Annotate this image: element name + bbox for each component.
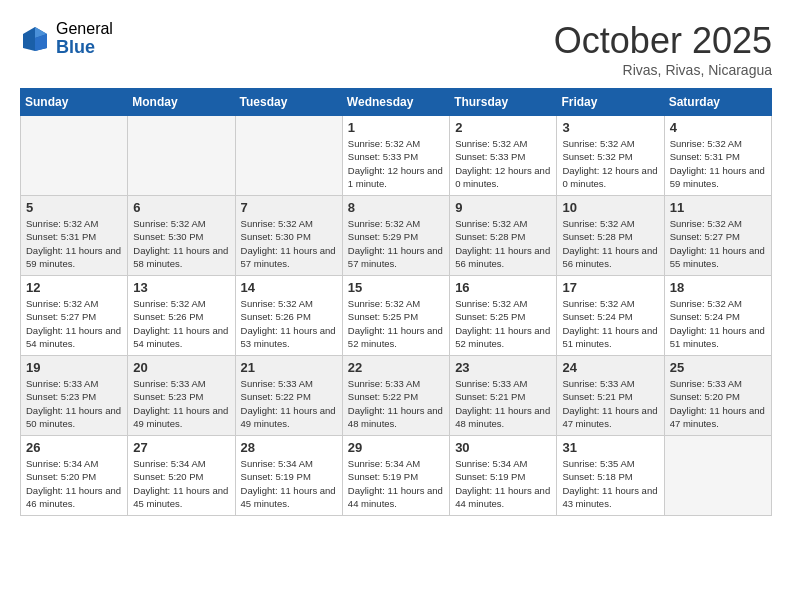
day-number: 1 [348, 120, 444, 135]
day-info: Sunrise: 5:33 AM Sunset: 5:22 PM Dayligh… [348, 377, 444, 430]
day-info: Sunrise: 5:33 AM Sunset: 5:21 PM Dayligh… [455, 377, 551, 430]
calendar-day-cell: 29Sunrise: 5:34 AM Sunset: 5:19 PM Dayli… [342, 436, 449, 516]
day-info: Sunrise: 5:32 AM Sunset: 5:33 PM Dayligh… [455, 137, 551, 190]
calendar-day-cell: 14Sunrise: 5:32 AM Sunset: 5:26 PM Dayli… [235, 276, 342, 356]
calendar-day-cell [664, 436, 771, 516]
day-of-week-header: Tuesday [235, 89, 342, 116]
calendar-header-row: SundayMondayTuesdayWednesdayThursdayFrid… [21, 89, 772, 116]
day-number: 7 [241, 200, 337, 215]
day-number: 4 [670, 120, 766, 135]
calendar-day-cell: 27Sunrise: 5:34 AM Sunset: 5:20 PM Dayli… [128, 436, 235, 516]
day-info: Sunrise: 5:34 AM Sunset: 5:19 PM Dayligh… [348, 457, 444, 510]
day-info: Sunrise: 5:32 AM Sunset: 5:32 PM Dayligh… [562, 137, 658, 190]
day-info: Sunrise: 5:34 AM Sunset: 5:19 PM Dayligh… [455, 457, 551, 510]
day-of-week-header: Wednesday [342, 89, 449, 116]
month-title: October 2025 [554, 20, 772, 62]
day-info: Sunrise: 5:32 AM Sunset: 5:27 PM Dayligh… [26, 297, 122, 350]
logo-icon [20, 24, 50, 54]
calendar-day-cell: 16Sunrise: 5:32 AM Sunset: 5:25 PM Dayli… [450, 276, 557, 356]
day-number: 17 [562, 280, 658, 295]
logo: General Blue [20, 20, 113, 57]
day-number: 30 [455, 440, 551, 455]
calendar-day-cell: 4Sunrise: 5:32 AM Sunset: 5:31 PM Daylig… [664, 116, 771, 196]
day-number: 5 [26, 200, 122, 215]
day-number: 19 [26, 360, 122, 375]
calendar-day-cell: 5Sunrise: 5:32 AM Sunset: 5:31 PM Daylig… [21, 196, 128, 276]
day-number: 23 [455, 360, 551, 375]
day-number: 12 [26, 280, 122, 295]
day-number: 2 [455, 120, 551, 135]
calendar-day-cell: 20Sunrise: 5:33 AM Sunset: 5:23 PM Dayli… [128, 356, 235, 436]
day-number: 14 [241, 280, 337, 295]
day-info: Sunrise: 5:32 AM Sunset: 5:24 PM Dayligh… [670, 297, 766, 350]
calendar-day-cell: 9Sunrise: 5:32 AM Sunset: 5:28 PM Daylig… [450, 196, 557, 276]
day-info: Sunrise: 5:32 AM Sunset: 5:25 PM Dayligh… [455, 297, 551, 350]
logo-general: General [56, 20, 113, 38]
calendar-day-cell: 30Sunrise: 5:34 AM Sunset: 5:19 PM Dayli… [450, 436, 557, 516]
day-number: 27 [133, 440, 229, 455]
day-number: 3 [562, 120, 658, 135]
calendar-day-cell: 3Sunrise: 5:32 AM Sunset: 5:32 PM Daylig… [557, 116, 664, 196]
day-number: 11 [670, 200, 766, 215]
calendar-day-cell [128, 116, 235, 196]
day-info: Sunrise: 5:32 AM Sunset: 5:24 PM Dayligh… [562, 297, 658, 350]
day-number: 20 [133, 360, 229, 375]
day-number: 22 [348, 360, 444, 375]
calendar-day-cell: 26Sunrise: 5:34 AM Sunset: 5:20 PM Dayli… [21, 436, 128, 516]
day-info: Sunrise: 5:32 AM Sunset: 5:28 PM Dayligh… [562, 217, 658, 270]
day-number: 16 [455, 280, 551, 295]
day-of-week-header: Monday [128, 89, 235, 116]
day-info: Sunrise: 5:32 AM Sunset: 5:33 PM Dayligh… [348, 137, 444, 190]
location-subtitle: Rivas, Rivas, Nicaragua [554, 62, 772, 78]
day-of-week-header: Thursday [450, 89, 557, 116]
logo-blue: Blue [56, 38, 113, 58]
day-info: Sunrise: 5:32 AM Sunset: 5:28 PM Dayligh… [455, 217, 551, 270]
day-info: Sunrise: 5:33 AM Sunset: 5:21 PM Dayligh… [562, 377, 658, 430]
day-info: Sunrise: 5:32 AM Sunset: 5:25 PM Dayligh… [348, 297, 444, 350]
day-info: Sunrise: 5:32 AM Sunset: 5:30 PM Dayligh… [133, 217, 229, 270]
day-info: Sunrise: 5:35 AM Sunset: 5:18 PM Dayligh… [562, 457, 658, 510]
calendar-table: SundayMondayTuesdayWednesdayThursdayFrid… [20, 88, 772, 516]
day-number: 15 [348, 280, 444, 295]
logo-text: General Blue [56, 20, 113, 57]
day-of-week-header: Sunday [21, 89, 128, 116]
day-number: 21 [241, 360, 337, 375]
day-number: 9 [455, 200, 551, 215]
calendar-week-row: 26Sunrise: 5:34 AM Sunset: 5:20 PM Dayli… [21, 436, 772, 516]
day-info: Sunrise: 5:33 AM Sunset: 5:20 PM Dayligh… [670, 377, 766, 430]
day-number: 10 [562, 200, 658, 215]
day-of-week-header: Saturday [664, 89, 771, 116]
day-number: 29 [348, 440, 444, 455]
calendar-day-cell [235, 116, 342, 196]
day-info: Sunrise: 5:32 AM Sunset: 5:31 PM Dayligh… [26, 217, 122, 270]
day-info: Sunrise: 5:32 AM Sunset: 5:30 PM Dayligh… [241, 217, 337, 270]
calendar-day-cell: 10Sunrise: 5:32 AM Sunset: 5:28 PM Dayli… [557, 196, 664, 276]
day-info: Sunrise: 5:33 AM Sunset: 5:23 PM Dayligh… [26, 377, 122, 430]
calendar-day-cell: 6Sunrise: 5:32 AM Sunset: 5:30 PM Daylig… [128, 196, 235, 276]
day-number: 8 [348, 200, 444, 215]
calendar-day-cell: 31Sunrise: 5:35 AM Sunset: 5:18 PM Dayli… [557, 436, 664, 516]
day-of-week-header: Friday [557, 89, 664, 116]
calendar-week-row: 12Sunrise: 5:32 AM Sunset: 5:27 PM Dayli… [21, 276, 772, 356]
day-info: Sunrise: 5:33 AM Sunset: 5:23 PM Dayligh… [133, 377, 229, 430]
calendar-week-row: 19Sunrise: 5:33 AM Sunset: 5:23 PM Dayli… [21, 356, 772, 436]
day-number: 28 [241, 440, 337, 455]
calendar-day-cell [21, 116, 128, 196]
calendar-day-cell: 8Sunrise: 5:32 AM Sunset: 5:29 PM Daylig… [342, 196, 449, 276]
day-number: 31 [562, 440, 658, 455]
calendar-day-cell: 18Sunrise: 5:32 AM Sunset: 5:24 PM Dayli… [664, 276, 771, 356]
day-info: Sunrise: 5:34 AM Sunset: 5:20 PM Dayligh… [26, 457, 122, 510]
calendar-day-cell: 24Sunrise: 5:33 AM Sunset: 5:21 PM Dayli… [557, 356, 664, 436]
page-header: General Blue October 2025 Rivas, Rivas, … [20, 20, 772, 78]
calendar-day-cell: 28Sunrise: 5:34 AM Sunset: 5:19 PM Dayli… [235, 436, 342, 516]
day-info: Sunrise: 5:34 AM Sunset: 5:19 PM Dayligh… [241, 457, 337, 510]
calendar-day-cell: 17Sunrise: 5:32 AM Sunset: 5:24 PM Dayli… [557, 276, 664, 356]
day-number: 25 [670, 360, 766, 375]
title-block: October 2025 Rivas, Rivas, Nicaragua [554, 20, 772, 78]
day-info: Sunrise: 5:32 AM Sunset: 5:31 PM Dayligh… [670, 137, 766, 190]
calendar-day-cell: 22Sunrise: 5:33 AM Sunset: 5:22 PM Dayli… [342, 356, 449, 436]
calendar-day-cell: 1Sunrise: 5:32 AM Sunset: 5:33 PM Daylig… [342, 116, 449, 196]
calendar-week-row: 5Sunrise: 5:32 AM Sunset: 5:31 PM Daylig… [21, 196, 772, 276]
day-info: Sunrise: 5:34 AM Sunset: 5:20 PM Dayligh… [133, 457, 229, 510]
day-number: 13 [133, 280, 229, 295]
